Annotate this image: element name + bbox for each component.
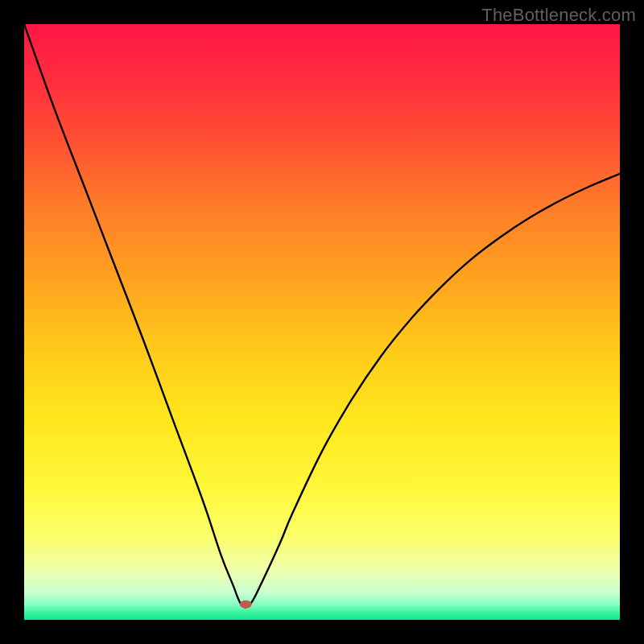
chart-frame: TheBottleneck.com bbox=[0, 0, 644, 644]
gradient-background bbox=[24, 24, 620, 620]
watermark-text: TheBottleneck.com bbox=[481, 5, 636, 26]
optimal-point-marker bbox=[240, 601, 252, 609]
bottleneck-chart bbox=[24, 24, 620, 620]
plot-area bbox=[24, 24, 620, 620]
